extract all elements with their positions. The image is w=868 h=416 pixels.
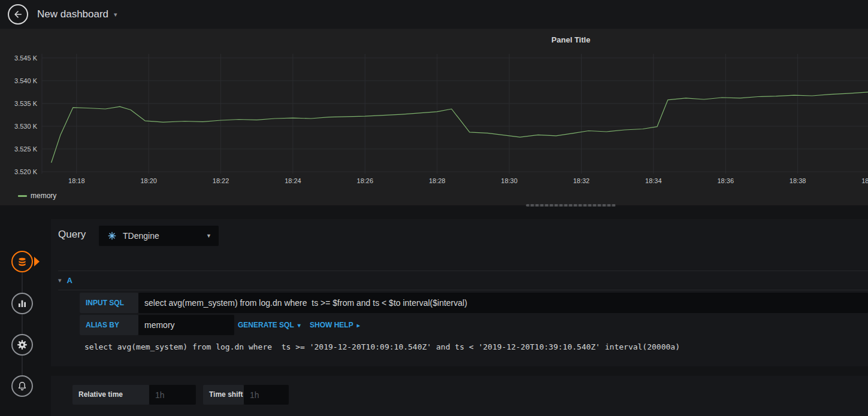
generate-sql-button[interactable]: GENERATE SQL ▾ [238,315,301,335]
show-help-button[interactable]: SHOW HELP ▸ [310,315,360,335]
svg-text:18:32: 18:32 [573,177,590,184]
query-section-title: Query [58,229,86,241]
back-button[interactable] [8,4,28,25]
graph-panel: Panel Title 3.545 K3.540 K3.535 K3.530 K… [0,29,868,205]
generated-sql-preview: select avg(mem_system) from log.dn where… [84,342,680,351]
svg-text:18:18: 18:18 [68,177,85,184]
svg-text:3.535 K: 3.535 K [14,100,38,107]
svg-text:18:20: 18:20 [140,177,157,184]
input-sql-label: INPUT SQL [80,293,138,313]
dashboard-title-dropdown[interactable]: New dashboard ▾ [37,0,117,29]
time-options-card: Relative time Time shift [51,376,868,416]
svg-text:3.520 K: 3.520 K [14,168,38,175]
alias-by-label: ALIAS BY [80,315,138,335]
divider [58,271,868,271]
database-icon [17,256,28,267]
chevron-down-icon: ▾ [114,11,117,19]
panel-chart: 3.545 K3.540 K3.535 K3.530 K3.525 K3.520… [0,29,868,205]
relative-time-field[interactable] [149,385,196,405]
arrow-left-icon [13,9,23,20]
tdengine-logo-icon [107,231,117,241]
dashboard-title: New dashboard [37,8,108,20]
gear-icon [16,339,28,351]
svg-text:18:40: 18:40 [861,177,868,184]
generate-sql-label: GENERATE SQL [238,321,294,329]
panel-title[interactable]: Panel Title [552,35,591,44]
svg-text:3.540 K: 3.540 K [14,77,38,84]
topbar: New dashboard ▾ [0,0,868,29]
svg-text:18:26: 18:26 [357,177,374,184]
show-help-label: SHOW HELP [310,321,353,329]
chart-legend: memory [18,192,56,200]
bar-chart-icon [17,298,28,309]
alias-by-row: ALIAS BY GENERATE SQL ▾ SHOW HELP ▸ [80,315,868,335]
time-shift-field[interactable] [244,385,289,405]
svg-text:18:34: 18:34 [645,177,662,184]
divider [58,290,868,290]
svg-text:18:38: 18:38 [790,177,806,184]
sidebar-connector-line [22,262,23,386]
datasource-name: TDengine [123,231,159,241]
input-sql-field[interactable] [138,293,868,313]
collapse-caret-icon: ▾ [58,277,62,284]
grafana-panel-edit-screen: New dashboard ▾ Panel Title 3.545 K3.540… [0,0,868,416]
legend-series-label[interactable]: memory [31,192,56,200]
legend-color-swatch [18,195,27,197]
svg-text:18:36: 18:36 [717,177,734,184]
input-sql-row: INPUT SQL [80,293,868,313]
sidebar-item-queries[interactable] [11,251,33,272]
svg-text:3.525 K: 3.525 K [14,145,38,153]
time-shift-label: Time shift [203,385,244,405]
datasource-select[interactable]: TDengine ▼ [99,226,219,246]
sidebar-item-alert[interactable] [11,375,33,397]
caret-down-icon: ▾ [298,322,301,329]
svg-text:18:30: 18:30 [501,177,518,184]
sidebar-item-general[interactable] [11,334,33,356]
chevron-down-icon: ▼ [206,233,211,239]
svg-text:18:22: 18:22 [213,177,229,184]
query-editor-card: Query TDengine ▼ ▾ A INPUT SQL ALIAS BY … [51,219,868,366]
svg-text:3.545 K: 3.545 K [14,54,38,62]
query-ref-header[interactable]: ▾ A [58,271,72,290]
relative-time-label: Relative time [72,385,149,405]
svg-text:18:24: 18:24 [285,177,301,184]
query-ref-id: A [67,276,72,285]
alias-by-field[interactable] [138,315,234,335]
svg-text:3.530 K: 3.530 K [14,123,38,130]
sidebar-item-visualization[interactable] [11,293,33,314]
active-tab-arrow-icon [34,257,40,266]
svg-text:18:28: 18:28 [429,177,446,184]
bell-icon [16,380,28,392]
caret-right-icon: ▸ [357,322,360,329]
